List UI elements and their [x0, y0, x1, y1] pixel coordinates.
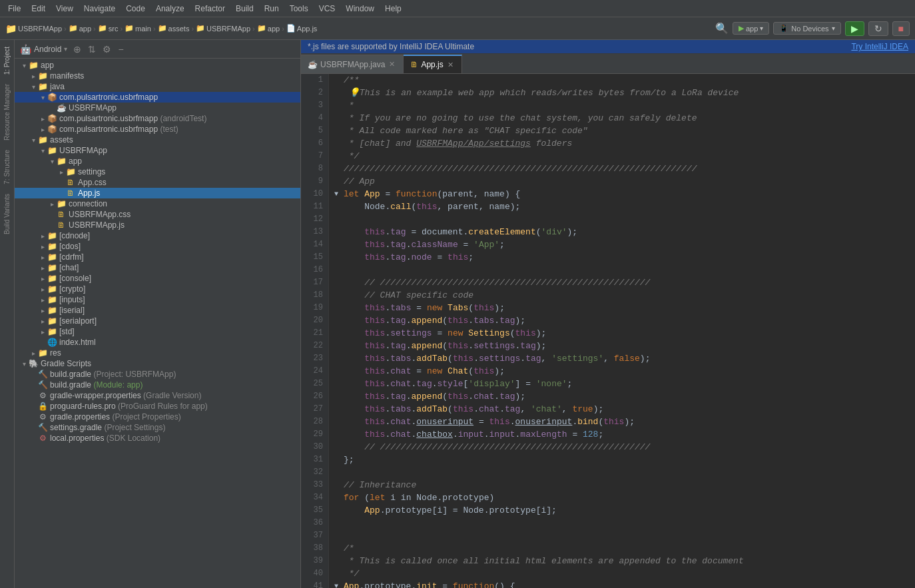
- tree-item-connection[interactable]: ▸ 📁 connection: [15, 198, 300, 209]
- code-content[interactable]: /** 💡This is an example web app which re…: [329, 74, 915, 588]
- sidebar-tab-resource[interactable]: Resource Manager: [2, 80, 12, 145]
- tree-item-assets-app[interactable]: ▾ 📁 app: [15, 156, 300, 166]
- breadcrumb-usbrfmapp2[interactable]: 📁 USBRFMApp: [196, 24, 250, 33]
- menu-edit[interactable]: Edit: [26, 3, 51, 15]
- menu-code[interactable]: Code: [121, 3, 151, 15]
- menu-file[interactable]: File: [3, 3, 26, 15]
- code-line-20: this.tag.append(this.tabs.tag);: [334, 314, 910, 327]
- tree-item-gradle-wrapper[interactable]: ⚙ gradle-wrapper.properties (Gradle Vers…: [15, 390, 300, 401]
- code-line-5: * All code marked here as "CHAT specific…: [334, 125, 910, 137]
- tab-appjs[interactable]: 🗎 App.js ✕: [404, 55, 461, 73]
- tree-item-serialport[interactable]: ▸ 📁 [serialport]: [15, 316, 300, 326]
- menu-navigate[interactable]: Navigate: [79, 3, 121, 15]
- code-line-36: [334, 517, 910, 529]
- project-icon: 📁: [5, 23, 17, 34]
- menu-run[interactable]: Run: [259, 3, 284, 15]
- tree-item-usbrfmappjs[interactable]: 🗎 USBRFMApp.js: [15, 220, 300, 230]
- tree-item-indexhtml[interactable]: 🌐 index.html: [15, 337, 300, 348]
- tree-item-appcss[interactable]: 🗎 App.css: [15, 177, 300, 188]
- tree-item-appjs[interactable]: 🗎 App.js: [15, 188, 300, 198]
- tree-item-usbrfmappcss[interactable]: 🗎 USBRFMApp.css: [15, 209, 300, 220]
- code-line-17: // /////////////////////////////////////…: [334, 276, 910, 289]
- tree-item-package-test[interactable]: ▸ 📦 com.pulsartronic.usbrfmapp (test): [15, 124, 300, 135]
- tree-item-iserial[interactable]: ▸ 📁 [iserial]: [15, 305, 300, 316]
- code-line-2: 💡This is an example web app which reads/…: [334, 87, 910, 99]
- breadcrumb-app[interactable]: 📁 app: [69, 24, 91, 33]
- tab-close-appjs[interactable]: ✕: [446, 61, 455, 69]
- settings-icon[interactable]: ⚙: [101, 43, 113, 55]
- search-everywhere-icon[interactable]: 🔍: [715, 22, 729, 35]
- tree-item-inputs[interactable]: ▸ 📁 [inputs]: [15, 294, 300, 305]
- tree-item-settings[interactable]: ▸ 📁 settings: [15, 166, 300, 177]
- tree-item-build-gradle-module[interactable]: 🔨 build.gradle (Module: app): [15, 380, 300, 390]
- tree-item-console[interactable]: ▸ 📁 [console]: [15, 273, 300, 284]
- tree-item-crypto[interactable]: ▸ 📁 [crypto]: [15, 284, 300, 294]
- menu-build[interactable]: Build: [230, 3, 259, 15]
- tree-item-cdnode[interactable]: ▸ 📁 [cdnode]: [15, 230, 300, 241]
- folder-icon-4: 📁: [158, 24, 167, 33]
- sidebar-tab-structure[interactable]: 7: Structure: [2, 146, 12, 188]
- code-line-6: * [chat] and USBRFMApp/App/settings fold…: [334, 137, 910, 150]
- run-button[interactable]: ▶: [845, 21, 864, 36]
- tree-item-proguard[interactable]: 🔒 proguard-rules.pro (ProGuard Rules for…: [15, 401, 300, 412]
- code-line-32: [334, 466, 910, 479]
- code-line-26: this.tag.append(this.chat.tag);: [334, 390, 910, 403]
- tree-item-java[interactable]: ▾ 📁 java: [15, 81, 300, 92]
- tree-item-usbrfmapp-java[interactable]: ☕ USBRFMApp: [15, 103, 300, 113]
- tree-item-cdos[interactable]: ▸ 📁 [cdos]: [15, 241, 300, 252]
- no-devices-button[interactable]: 📱 No Devices ▾: [773, 22, 840, 35]
- app-selector[interactable]: ▶ app ▾: [733, 22, 769, 35]
- tab-usbrfmapp-java[interactable]: ☕ USBRFMApp.java ✕: [301, 55, 404, 73]
- tree-item-build-gradle-project[interactable]: 🔨 build.gradle (Project: USBRFMApp): [15, 369, 300, 380]
- code-line-14: this.tag.className = 'App';: [334, 238, 910, 251]
- collapse-icon[interactable]: −: [116, 43, 125, 55]
- tree-item-package-androidtest[interactable]: ▸ 📦 com.pulsartronic.usbrfmapp (androidT…: [15, 113, 300, 124]
- tree-item-cdrfm[interactable]: ▸ 📁 [cdrfm]: [15, 252, 300, 262]
- try-intellij-link[interactable]: Try IntelliJ IDEA: [851, 42, 908, 51]
- refresh-button[interactable]: ↻: [868, 21, 888, 36]
- breadcrumb-appjs[interactable]: 📄 App.js: [286, 24, 318, 33]
- tree-item-gradle-scripts[interactable]: ▾ 🐘 Gradle Scripts: [15, 358, 300, 369]
- folder-icon-3: 📁: [125, 24, 134, 33]
- project-panel: 🤖 Android ▾ ⊕ ⇅ ⚙ − ▾ 📁 app: [15, 40, 301, 588]
- breadcrumb-bar: 📁 USBRFMApp › 📁 app › 📁 src › 📁 main › 📁…: [5, 23, 713, 34]
- android-label: 🤖 Android ▾: [20, 44, 67, 55]
- breadcrumb-src[interactable]: 📁 src: [98, 24, 119, 33]
- menu-tools[interactable]: Tools: [284, 3, 314, 15]
- menu-analyze[interactable]: Analyze: [151, 3, 190, 15]
- no-devices-dropdown: ▾: [832, 25, 835, 32]
- sidebar-tab-project[interactable]: 1: Project: [2, 43, 12, 79]
- tree-item-app[interactable]: ▾ 📁 app: [15, 60, 300, 71]
- tree-item-settings-gradle[interactable]: 🔨 settings.gradle (Project Settings): [15, 422, 300, 433]
- breadcrumb-assets[interactable]: 📁 assets: [158, 24, 190, 33]
- sync-icon[interactable]: ⊕: [71, 43, 83, 55]
- tab-close-usbrfmapp[interactable]: ✕: [388, 60, 396, 69]
- tree-item-chat[interactable]: ▸ 📁 [chat]: [15, 262, 300, 273]
- tree-item-local-properties[interactable]: ⚙ local.properties (SDK Location): [15, 433, 300, 443]
- menu-refactor[interactable]: Refactor: [190, 3, 230, 15]
- code-line-25: this.chat.tag.style['display'] = 'none';: [334, 378, 910, 390]
- tree-item-std[interactable]: ▸ 📁 [std]: [15, 326, 300, 337]
- tree-item-assets-usbrfmapp[interactable]: ▾ 📁 USBRFMApp: [15, 145, 300, 156]
- menu-view[interactable]: View: [51, 3, 79, 15]
- tree-item-res[interactable]: ▸ 📁 res: [15, 348, 300, 358]
- stop-button[interactable]: ■: [892, 21, 910, 36]
- menu-window[interactable]: Window: [340, 3, 380, 15]
- breadcrumb-app2[interactable]: 📁 app: [257, 24, 280, 33]
- tab-label-appjs: App.js: [421, 60, 443, 69]
- menu-vcs[interactable]: VCS: [314, 3, 341, 15]
- filter-icon[interactable]: ⇅: [86, 43, 98, 55]
- breadcrumb-usbrfmapp[interactable]: 📁 USBRFMApp: [5, 23, 62, 34]
- tree-item-gradle-properties[interactable]: ⚙ gradle.properties (Project Properties): [15, 412, 300, 422]
- tree-item-manifests[interactable]: ▸ 📁 manifests: [15, 71, 300, 81]
- code-line-33: // Inheritance: [334, 479, 910, 491]
- menu-help[interactable]: Help: [380, 3, 407, 15]
- android-icon: 🤖: [20, 44, 31, 55]
- android-dropdown[interactable]: ▾: [64, 45, 67, 53]
- code-line-35: App.prototype[i] = Node.prototype[i];: [334, 504, 910, 517]
- code-line-8: ////////////////////////////////////////…: [334, 162, 910, 175]
- breadcrumb-main[interactable]: 📁 main: [125, 24, 151, 33]
- sidebar-tab-build-variants[interactable]: Build Variants: [2, 190, 12, 238]
- tree-item-assets[interactable]: ▾ 📁 assets: [15, 135, 300, 145]
- tree-item-package-main[interactable]: ▾ 📦 com.pulsartronic.usbrfmapp: [15, 92, 300, 103]
